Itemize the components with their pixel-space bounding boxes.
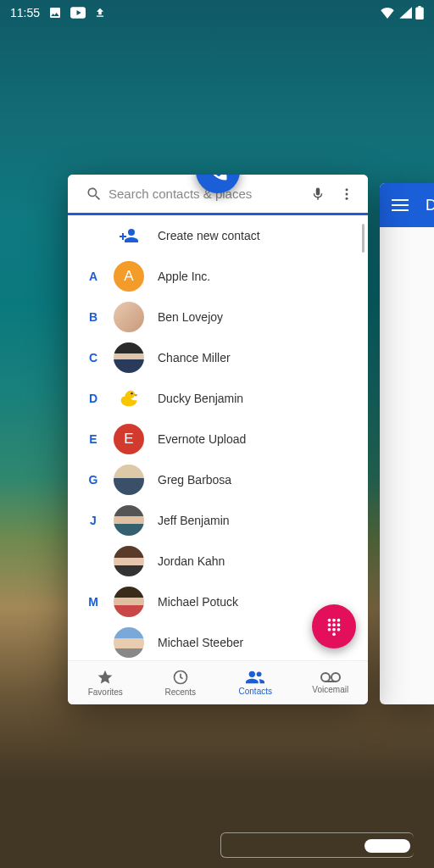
secondary-app-title: D (426, 197, 434, 214)
recents-secondary-app[interactable]: D (380, 183, 434, 704)
contact-row[interactable]: GGreg Barbosa (68, 459, 368, 500)
svg-point-4 (346, 188, 348, 191)
photo-icon (48, 6, 62, 19)
index-letter: C (73, 351, 114, 364)
index-letter: J (73, 514, 114, 527)
svg-point-21 (321, 673, 330, 682)
contact-avatar: A (114, 261, 144, 292)
people-icon (246, 670, 264, 685)
clock-icon (172, 669, 189, 686)
contact-row[interactable]: BBen Lovejoy (68, 297, 368, 337)
nav-voicemail-label: Voicemail (312, 685, 348, 694)
index-letter: E (73, 432, 114, 446)
contact-avatar (114, 505, 144, 536)
contact-row[interactable]: AAApple Inc. (68, 256, 368, 297)
svg-point-10 (337, 619, 341, 622)
contact-avatar (114, 465, 144, 495)
create-contact-row[interactable]: Create new contact (68, 215, 368, 256)
index-letter: M (73, 595, 114, 609)
contact-name: Ducky Benjamin (158, 392, 243, 405)
nav-contacts[interactable]: Contacts (218, 661, 293, 704)
svg-point-9 (332, 619, 336, 622)
contact-row[interactable]: JJeff Benjamin (68, 500, 368, 541)
svg-point-16 (337, 628, 341, 632)
contact-name: Michael Potuck (158, 595, 238, 609)
contact-name: Ben Lovejoy (158, 310, 223, 324)
nav-favorites-label: Favorites (88, 687, 123, 697)
bottom-nav: Favorites Recents Contacts Voicemail (68, 660, 368, 704)
voicemail-icon (320, 671, 341, 683)
dialpad-fab[interactable] (312, 604, 356, 648)
star-icon (97, 669, 114, 686)
contact-name: Chance Miller (158, 351, 231, 364)
svg-point-13 (337, 623, 341, 626)
contact-row[interactable]: Jordan Kahn (68, 541, 368, 581)
add-person-icon (119, 227, 139, 244)
index-letter: B (73, 310, 114, 324)
wallpaper: 11:55 D (0, 0, 434, 868)
contact-avatar (114, 383, 144, 414)
svg-point-17 (332, 632, 336, 636)
contact-avatar (114, 342, 144, 373)
svg-point-6 (346, 197, 348, 199)
upload-icon (94, 6, 106, 19)
search-icon[interactable] (80, 180, 108, 209)
secondary-app-header: D (380, 183, 434, 227)
svg-point-15 (332, 628, 336, 632)
index-letter: G (73, 473, 114, 487)
contacts-list[interactable]: Create new contact AAApple Inc.BBen Love… (68, 215, 368, 660)
mic-icon[interactable] (303, 180, 332, 209)
svg-point-20 (257, 671, 262, 676)
dialpad-icon (325, 617, 343, 636)
contact-avatar (114, 627, 144, 658)
wifi-icon (380, 7, 395, 19)
contact-name: Michael Steeber (158, 636, 243, 649)
svg-point-22 (331, 673, 340, 682)
contact-name: Jordan Kahn (158, 554, 225, 568)
svg-point-8 (328, 619, 331, 622)
signal-icon (398, 7, 412, 19)
svg-point-11 (328, 623, 331, 626)
hamburger-icon[interactable] (392, 199, 409, 211)
contact-row[interactable]: DDucky Benjamin (68, 378, 368, 419)
nav-recents[interactable]: Recents (143, 661, 219, 704)
svg-point-12 (332, 623, 336, 626)
svg-rect-3 (392, 209, 409, 211)
nav-favorites[interactable]: Favorites (68, 661, 143, 704)
contact-row[interactable]: EEEvernote Upload (68, 419, 368, 459)
svg-point-7 (131, 392, 132, 394)
nav-voicemail[interactable]: Voicemail (293, 661, 369, 704)
svg-point-19 (249, 671, 255, 677)
nav-recents-label: Recents (164, 687, 196, 697)
overflow-menu-icon[interactable] (332, 180, 361, 209)
status-bar: 11:55 (0, 0, 434, 25)
contact-name: Evernote Upload (158, 432, 246, 446)
svg-point-5 (346, 192, 348, 195)
index-letter: D (73, 392, 114, 405)
home-pill[interactable] (364, 839, 410, 853)
contact-row[interactable]: CChance Miller (68, 337, 368, 378)
contact-avatar (114, 546, 144, 576)
scroll-indicator (362, 224, 364, 253)
svg-point-14 (328, 628, 331, 632)
status-clock: 11:55 (10, 6, 40, 19)
svg-rect-1 (392, 199, 409, 201)
contact-avatar: E (114, 424, 144, 454)
phone-app-card[interactable]: Create new contact AAApple Inc.BBen Love… (68, 175, 368, 704)
battery-icon (415, 6, 424, 19)
create-contact-label: Create new contact (158, 229, 260, 242)
index-letter: A (73, 270, 114, 283)
contact-name: Jeff Benjamin (158, 514, 230, 527)
svg-rect-2 (392, 204, 409, 206)
youtube-icon (70, 7, 86, 19)
contact-name: Greg Barbosa (158, 473, 231, 487)
contact-avatar (114, 587, 144, 617)
nav-contacts-label: Contacts (239, 687, 272, 696)
contact-avatar (114, 302, 144, 332)
contact-name: Apple Inc. (158, 270, 210, 283)
